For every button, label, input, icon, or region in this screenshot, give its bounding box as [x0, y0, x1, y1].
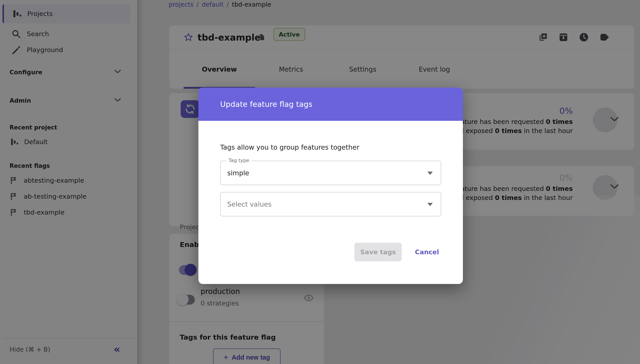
- tag-type-value: simple: [227, 169, 249, 177]
- tag-type-label: Tag type: [226, 158, 251, 163]
- update-tags-modal: Update feature flag tags Tags allow you …: [198, 88, 463, 284]
- tag-type-select[interactable]: Tag type simple: [220, 161, 441, 185]
- modal-header: Update feature flag tags: [198, 88, 463, 121]
- tag-values-placeholder: Select values: [227, 200, 272, 208]
- unleash-app: { "sidebar": { "items": [ { "label": "Pr…: [0, 0, 640, 364]
- modal-description: Tags allow you to group features togethe…: [220, 144, 359, 151]
- tag-values-select[interactable]: Select values: [220, 192, 441, 216]
- save-tags-button[interactable]: Save tags: [354, 243, 402, 261]
- cancel-button[interactable]: Cancel: [409, 243, 445, 261]
- modal-title: Update feature flag tags: [220, 100, 312, 108]
- caret-down-icon: [427, 172, 433, 175]
- caret-down-icon: [427, 203, 433, 206]
